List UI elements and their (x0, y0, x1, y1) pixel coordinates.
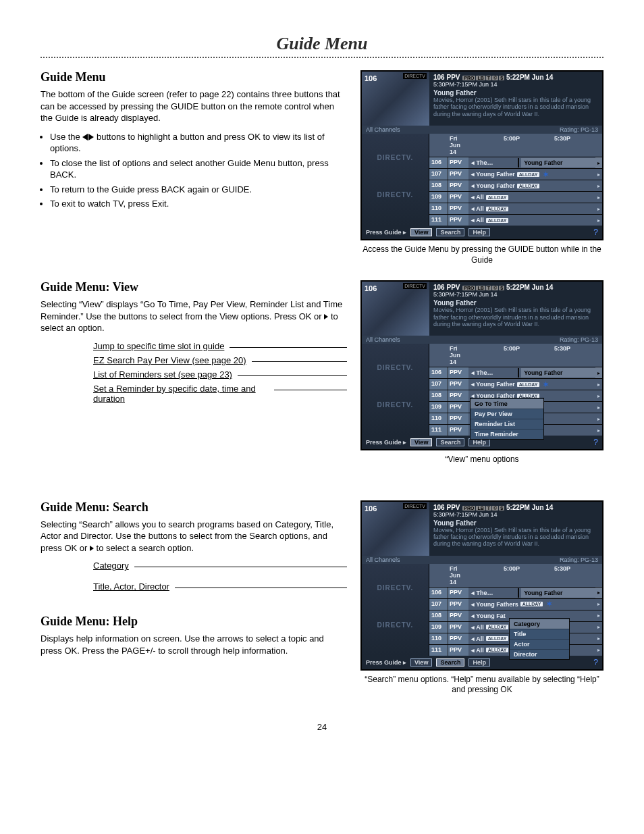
annot-set-reminder: Set a Reminder by specific date, time an… (93, 384, 269, 404)
search-popup-item[interactable]: Title (510, 629, 569, 639)
search-popup-item[interactable]: Director (510, 649, 569, 659)
bullet-return: To return to the Guide press BACK again … (50, 184, 347, 196)
guide-search-button[interactable]: Search (436, 658, 464, 667)
search-popup-item[interactable]: Actor (510, 639, 569, 649)
guide-view-button[interactable]: View (410, 658, 432, 667)
guide-view-button[interactable]: View (410, 438, 432, 446)
view-popup-item[interactable]: Time Reminder (471, 429, 543, 439)
page-title: Guide Menu (41, 34, 603, 54)
search-intro: Selecting “Search” allows you to search … (41, 519, 347, 554)
screenshot-view-menu: 106DIRECTV 106 PPV PROLBT©$ 5:22PM Jun 1… (360, 280, 603, 450)
section-heading-help: Guide Menu: Help (41, 615, 347, 629)
view-popup-menu[interactable]: Go To TimePay Per ViewReminder ListTime … (470, 398, 544, 440)
caption-view: “View” menu options (360, 454, 603, 465)
guide-menu-intro: The bottom of the Guide screen (refer to… (41, 88, 347, 124)
view-annotations: Jump to specific time slot in guide EZ S… (93, 341, 347, 404)
view-popup-item[interactable]: Reminder List (471, 419, 543, 429)
bullet-exit: To exit to watch TV, press Exit. (50, 198, 347, 210)
section-heading-view: Guide Menu: View (41, 280, 347, 294)
search-annotations: Category Title, Actor, Director (93, 561, 347, 592)
section-heading-search: Guide Menu: Search (41, 500, 347, 515)
page-number: 24 (41, 721, 603, 733)
view-intro: Selecting “View” displays “Go To Time, P… (41, 298, 347, 334)
screenshot-guide-menu: 106DIRECTV 106 PPV PROLBT©$ 5:22PM Jun 1… (360, 70, 603, 240)
bullet-use-arrows: Use the buttons to highlight a button an… (50, 131, 347, 155)
guide-view-button[interactable]: View (410, 228, 432, 236)
screenshot-search-menu: 106DIRECTV 106 PPV PROLBT©$ 5:22PM Jun 1… (360, 500, 603, 671)
guide-help-button[interactable]: Help (468, 658, 490, 667)
view-popup-item[interactable]: Pay Per View (471, 409, 543, 419)
search-popup-menu[interactable]: CategoryTitleActorDirector (509, 618, 570, 660)
left-arrow-icon (82, 134, 88, 140)
caption-search-help: “Search” menu options. “Help” menu avail… (360, 675, 603, 696)
guide-search-button[interactable]: Search (436, 228, 464, 236)
view-popup-item[interactable]: Go To Time (471, 398, 543, 409)
guide-search-button[interactable]: Search (436, 438, 464, 446)
section-heading-guide-menu: Guide Menu (41, 70, 347, 84)
annot-reminders-list: List of Reminders set (see page 23) (93, 369, 232, 380)
search-popup-item[interactable]: Category (510, 619, 569, 629)
help-intro: Displays help information on screen. Use… (41, 633, 347, 656)
divider (41, 57, 603, 58)
annot-category: Category (93, 561, 129, 571)
guide-help-button[interactable]: Help (468, 228, 490, 236)
right-arrow-icon (88, 134, 94, 140)
annot-ez-search: EZ Search Pay Per View (see page 20) (93, 355, 246, 365)
bullet-close-back: To close the list of options and select … (50, 157, 347, 181)
annot-jump-time: Jump to specific time slot in guide (93, 341, 224, 351)
guide-menu-bullets: Use the buttons to highlight a button an… (41, 131, 347, 210)
annot-title-actor-director: Title, Actor, Director (93, 581, 169, 592)
caption-guide-menu: Access the Guide Menu by pressing the GU… (360, 244, 603, 265)
